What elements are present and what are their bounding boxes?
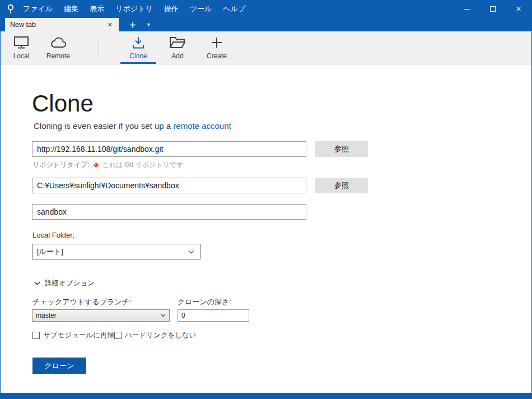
minimize-icon — [464, 9, 470, 10]
browse-source-button[interactable]: 参照 — [315, 141, 368, 157]
toolbar-add-label: Add — [171, 52, 183, 60]
checkbox-icon[interactable] — [32, 332, 40, 339]
tab-new-tab[interactable]: New tab ✕ — [5, 18, 119, 31]
chevron-down-icon — [34, 281, 40, 285]
sourcetree-logo-icon — [6, 4, 15, 14]
menu-help[interactable]: ヘルプ — [217, 0, 251, 18]
toolbar-local-button[interactable]: Local — [3, 31, 40, 64]
toolbar-clone-label: Clone — [129, 52, 147, 60]
chevron-down-icon — [161, 314, 166, 317]
page-title: Clone — [32, 91, 94, 117]
clone-depth-label: クローンの深さ: — [178, 297, 231, 307]
tab-label: New tab — [10, 21, 106, 29]
toolbar-separator — [99, 36, 99, 59]
toolbar-create-label: Create — [207, 52, 227, 60]
chevron-down-icon — [188, 250, 194, 254]
toolbar-add-button[interactable]: Add — [159, 31, 196, 64]
branch-value: master — [36, 312, 57, 319]
menubar: ファイル 編集 表示 リポジトリ 操作 ツール ヘルプ — [17, 0, 251, 18]
toolbar: Local Remote Clone — [1, 31, 531, 64]
clone-depth-input[interactable] — [178, 309, 249, 322]
plus-icon — [211, 36, 222, 49]
clone-button[interactable]: クローン — [32, 358, 86, 374]
maximize-button[interactable] — [480, 0, 506, 18]
advanced-options-toggle[interactable]: 詳細オプション — [34, 279, 95, 288]
toolbar-local-label: Local — [13, 52, 30, 60]
checkout-branch-label: チェックアウトするブランチ: — [32, 297, 132, 307]
advanced-options-label: 詳細オプション — [45, 279, 95, 288]
tabbar: New tab ✕ + ▾ — [1, 18, 531, 31]
local-folder-value: [ルート] — [37, 247, 63, 257]
local-folder-select[interactable]: [ルート] — [32, 244, 200, 259]
git-icon — [92, 161, 100, 169]
close-icon: ✕ — [516, 6, 521, 12]
menu-repository[interactable]: リポジトリ — [110, 0, 158, 18]
window-controls: ✕ — [454, 0, 531, 18]
menu-actions[interactable]: 操作 — [158, 0, 184, 18]
minimize-button[interactable] — [454, 0, 480, 18]
repo-type-label: リポジトリタイプ: — [32, 160, 90, 170]
recurse-submodules-label: サブモジュールに再帰 — [43, 331, 114, 340]
menu-view[interactable]: 表示 — [84, 0, 110, 18]
menu-tools[interactable]: ツール — [184, 0, 218, 18]
toolbar-clone-button[interactable]: Clone — [120, 31, 157, 64]
local-folder-label: Local Folder: — [32, 231, 74, 239]
subtitle: Cloning is even easier if you set up a r… — [34, 121, 231, 131]
new-tab-button[interactable]: + — [127, 19, 138, 31]
recurse-submodules-checkbox[interactable]: サブモジュールに再帰 — [32, 331, 114, 340]
close-button[interactable]: ✕ — [506, 0, 531, 18]
window-bottom-border — [1, 393, 531, 399]
remote-account-link[interactable]: remote account — [173, 121, 231, 131]
menu-file[interactable]: ファイル — [17, 0, 58, 18]
cloud-icon — [50, 36, 67, 49]
repo-name-input[interactable] — [32, 204, 306, 220]
toolbar-remote-label: Remote — [46, 52, 70, 60]
subtitle-text: Cloning is even easier if you set up a — [34, 121, 173, 131]
titlebar: ファイル 編集 表示 リポジトリ 操作 ツール ヘルプ ✕ — [1, 0, 531, 18]
destination-path-input[interactable] — [32, 178, 306, 193]
no-hardlinks-checkbox[interactable]: ハードリンクをしない — [114, 331, 197, 340]
menu-edit[interactable]: 編集 — [58, 0, 84, 18]
toolbar-remote-button[interactable]: Remote — [40, 31, 77, 64]
maximize-icon — [490, 6, 496, 12]
tab-list-dropdown-icon[interactable]: ▾ — [145, 18, 152, 31]
toolbar-create-button[interactable]: Create — [198, 31, 235, 64]
branch-select[interactable]: master — [32, 309, 170, 322]
source-url-input[interactable] — [32, 141, 306, 157]
download-icon — [132, 36, 145, 49]
tab-close-icon[interactable]: ✕ — [106, 21, 114, 29]
sourcetree-window: ファイル 編集 表示 リポジトリ 操作 ツール ヘルプ ✕ New tab ✕ … — [0, 0, 532, 399]
repo-type-row: リポジトリタイプ: これは Git リポジトリです — [32, 160, 183, 170]
no-hardlinks-label: ハードリンクをしない — [125, 331, 197, 340]
folder-icon — [170, 36, 185, 49]
browse-destination-button[interactable]: 参照 — [315, 178, 368, 193]
clone-page: Clone Cloning is even easier if you set … — [1, 65, 531, 393]
monitor-icon — [14, 36, 29, 49]
repo-type-value: これは Git リポジトリです — [102, 160, 184, 170]
checkbox-icon[interactable] — [114, 332, 122, 339]
